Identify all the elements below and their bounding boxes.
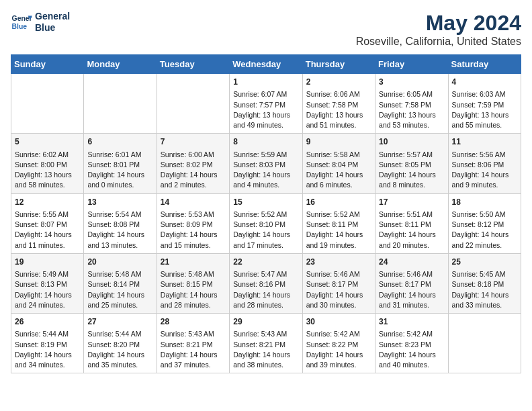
- day-number: 17: [379, 197, 444, 208]
- calendar-cell: 28Sunrise: 5:43 AMSunset: 8:21 PMDayligh…: [157, 314, 229, 373]
- day-number: 18: [452, 197, 517, 208]
- day-number: 9: [306, 136, 371, 148]
- day-content: Sunrise: 5:56 AMSunset: 8:06 PMDaylight:…: [452, 150, 517, 191]
- svg-text:Blue: Blue: [12, 22, 28, 30]
- day-number: 28: [161, 316, 226, 328]
- day-content: Sunrise: 5:44 AMSunset: 8:20 PMDaylight:…: [87, 329, 152, 370]
- calendar-cell: 23Sunrise: 5:46 AMSunset: 8:17 PMDayligh…: [302, 253, 375, 313]
- day-number: 1: [233, 77, 298, 88]
- day-number: 6: [87, 136, 152, 148]
- day-number: 25: [452, 257, 517, 268]
- day-number: 21: [161, 257, 226, 268]
- day-content: Sunrise: 5:43 AMSunset: 8:21 PMDaylight:…: [161, 329, 226, 370]
- main-title: May 2024: [356, 11, 521, 36]
- day-number: 22: [233, 257, 298, 268]
- day-number: 15: [233, 197, 298, 208]
- calendar-cell: 3Sunrise: 6:05 AMSunset: 7:58 PMDaylight…: [375, 74, 448, 134]
- day-number: 12: [15, 197, 80, 208]
- calendar-cell: 8Sunrise: 5:59 AMSunset: 8:03 PMDaylight…: [230, 134, 302, 193]
- calendar-cell: 5Sunrise: 6:02 AMSunset: 8:00 PMDaylight…: [11, 134, 84, 193]
- calendar-week-row: 26Sunrise: 5:44 AMSunset: 8:19 PMDayligh…: [11, 314, 521, 373]
- calendar-cell: 22Sunrise: 5:47 AMSunset: 8:16 PMDayligh…: [230, 253, 302, 313]
- weekday-header-cell: Friday: [375, 55, 448, 74]
- calendar-cell: 2Sunrise: 6:06 AMSunset: 7:58 PMDaylight…: [302, 74, 375, 134]
- day-content: Sunrise: 5:46 AMSunset: 8:17 PMDaylight:…: [306, 269, 371, 310]
- calendar-cell: 27Sunrise: 5:44 AMSunset: 8:20 PMDayligh…: [84, 314, 157, 373]
- calendar-week-row: 5Sunrise: 6:02 AMSunset: 8:00 PMDaylight…: [11, 134, 521, 193]
- day-content: Sunrise: 6:06 AMSunset: 7:58 PMDaylight:…: [306, 89, 371, 130]
- calendar-cell: 14Sunrise: 5:53 AMSunset: 8:09 PMDayligh…: [157, 193, 229, 253]
- day-content: Sunrise: 5:57 AMSunset: 8:05 PMDaylight:…: [379, 150, 444, 191]
- calendar-body: 1Sunrise: 6:07 AMSunset: 7:57 PMDaylight…: [11, 74, 521, 373]
- calendar-cell: 7Sunrise: 6:00 AMSunset: 8:02 PMDaylight…: [157, 134, 229, 193]
- day-number: 16: [306, 197, 371, 208]
- day-content: Sunrise: 5:48 AMSunset: 8:14 PMDaylight:…: [87, 269, 152, 310]
- day-number: 26: [15, 316, 80, 328]
- day-content: Sunrise: 5:51 AMSunset: 8:11 PMDaylight:…: [379, 210, 444, 250]
- calendar-cell: 4Sunrise: 6:03 AMSunset: 7:59 PMDaylight…: [448, 74, 521, 134]
- day-content: Sunrise: 6:01 AMSunset: 8:01 PMDaylight:…: [87, 150, 152, 191]
- day-content: Sunrise: 6:00 AMSunset: 8:02 PMDaylight:…: [161, 150, 226, 191]
- day-number: 8: [233, 136, 298, 148]
- day-content: Sunrise: 5:47 AMSunset: 8:16 PMDaylight:…: [233, 269, 298, 310]
- day-content: Sunrise: 5:42 AMSunset: 8:23 PMDaylight:…: [379, 329, 444, 370]
- day-number: 27: [87, 316, 152, 328]
- calendar-cell: 1Sunrise: 6:07 AMSunset: 7:57 PMDaylight…: [230, 74, 302, 134]
- day-content: Sunrise: 5:45 AMSunset: 8:18 PMDaylight:…: [452, 269, 517, 310]
- day-content: Sunrise: 5:44 AMSunset: 8:19 PMDaylight:…: [15, 329, 80, 370]
- subtitle: Roseville, California, United States: [356, 36, 521, 48]
- calendar-cell: 30Sunrise: 5:42 AMSunset: 8:22 PMDayligh…: [302, 314, 375, 373]
- day-content: Sunrise: 5:52 AMSunset: 8:11 PMDaylight:…: [306, 210, 371, 250]
- day-content: Sunrise: 5:49 AMSunset: 8:13 PMDaylight:…: [15, 269, 80, 310]
- weekday-header-cell: Thursday: [302, 55, 375, 74]
- day-content: Sunrise: 5:50 AMSunset: 8:12 PMDaylight:…: [452, 210, 517, 250]
- weekday-header-cell: Wednesday: [230, 55, 302, 74]
- day-number: 5: [15, 136, 80, 148]
- weekday-header: SundayMondayTuesdayWednesdayThursdayFrid…: [11, 55, 521, 74]
- calendar-cell: 26Sunrise: 5:44 AMSunset: 8:19 PMDayligh…: [11, 314, 84, 373]
- day-content: Sunrise: 5:43 AMSunset: 8:21 PMDaylight:…: [233, 329, 298, 370]
- calendar-cell: [448, 314, 521, 373]
- calendar-week-row: 19Sunrise: 5:49 AMSunset: 8:13 PMDayligh…: [11, 253, 521, 313]
- title-block: May 2024 Roseville, California, United S…: [356, 11, 521, 48]
- calendar-cell: 13Sunrise: 5:54 AMSunset: 8:08 PMDayligh…: [84, 193, 157, 253]
- calendar-cell: 20Sunrise: 5:48 AMSunset: 8:14 PMDayligh…: [84, 253, 157, 313]
- calendar-cell: [11, 74, 84, 134]
- day-content: Sunrise: 5:48 AMSunset: 8:15 PMDaylight:…: [161, 269, 226, 310]
- day-content: Sunrise: 6:02 AMSunset: 8:00 PMDaylight:…: [15, 150, 80, 191]
- day-content: Sunrise: 5:55 AMSunset: 8:07 PMDaylight:…: [15, 210, 80, 250]
- day-number: 3: [379, 77, 444, 88]
- day-content: Sunrise: 5:52 AMSunset: 8:10 PMDaylight:…: [233, 210, 298, 250]
- day-number: 13: [87, 197, 152, 208]
- calendar-cell: 11Sunrise: 5:56 AMSunset: 8:06 PMDayligh…: [448, 134, 521, 193]
- weekday-header-cell: Monday: [84, 55, 157, 74]
- weekday-header-cell: Tuesday: [157, 55, 229, 74]
- weekday-header-cell: Sunday: [11, 55, 84, 74]
- day-content: Sunrise: 6:03 AMSunset: 7:59 PMDaylight:…: [452, 89, 517, 130]
- day-content: Sunrise: 6:05 AMSunset: 7:58 PMDaylight:…: [379, 89, 444, 130]
- day-number: 24: [379, 257, 444, 268]
- day-number: 11: [452, 136, 517, 148]
- calendar-cell: 17Sunrise: 5:51 AMSunset: 8:11 PMDayligh…: [375, 193, 448, 253]
- calendar-cell: [84, 74, 157, 134]
- day-content: Sunrise: 5:46 AMSunset: 8:17 PMDaylight:…: [379, 269, 444, 310]
- day-number: 14: [161, 197, 226, 208]
- calendar-cell: 9Sunrise: 5:58 AMSunset: 8:04 PMDaylight…: [302, 134, 375, 193]
- calendar-cell: 18Sunrise: 5:50 AMSunset: 8:12 PMDayligh…: [448, 193, 521, 253]
- day-content: Sunrise: 5:54 AMSunset: 8:08 PMDaylight:…: [87, 210, 152, 250]
- day-number: 20: [87, 257, 152, 268]
- day-content: Sunrise: 6:07 AMSunset: 7:57 PMDaylight:…: [233, 89, 298, 130]
- calendar-cell: 10Sunrise: 5:57 AMSunset: 8:05 PMDayligh…: [375, 134, 448, 193]
- day-number: 30: [306, 316, 371, 328]
- day-content: Sunrise: 5:58 AMSunset: 8:04 PMDaylight:…: [306, 150, 371, 191]
- logo-text: GeneralBlue: [35, 11, 70, 34]
- calendar-cell: 15Sunrise: 5:52 AMSunset: 8:10 PMDayligh…: [230, 193, 302, 253]
- calendar-cell: 12Sunrise: 5:55 AMSunset: 8:07 PMDayligh…: [11, 193, 84, 253]
- calendar-cell: 19Sunrise: 5:49 AMSunset: 8:13 PMDayligh…: [11, 253, 84, 313]
- logo: General Blue GeneralBlue: [11, 11, 70, 34]
- day-content: Sunrise: 5:42 AMSunset: 8:22 PMDaylight:…: [306, 329, 371, 370]
- calendar-cell: 29Sunrise: 5:43 AMSunset: 8:21 PMDayligh…: [230, 314, 302, 373]
- calendar-cell: 31Sunrise: 5:42 AMSunset: 8:23 PMDayligh…: [375, 314, 448, 373]
- calendar-week-row: 1Sunrise: 6:07 AMSunset: 7:57 PMDaylight…: [11, 74, 521, 134]
- day-number: 31: [379, 316, 444, 328]
